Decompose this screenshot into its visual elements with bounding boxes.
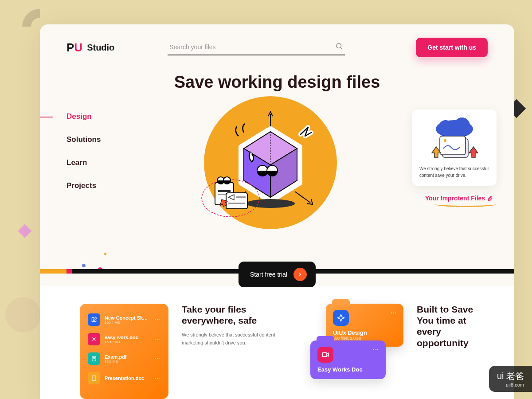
decoration-dot: [104, 253, 106, 255]
paperclip-icon: [487, 195, 493, 202]
folder-menu-icon[interactable]: ⋮: [390, 310, 397, 315]
document-icon: [88, 352, 100, 365]
file-item[interactable]: easy work.doc45.10 MB ⋯: [86, 329, 162, 349]
nav-design[interactable]: Design: [40, 105, 129, 128]
hero-illustration-area: [129, 92, 412, 229]
svg-rect-25: [440, 136, 466, 155]
file-menu-icon[interactable]: ⋯: [155, 317, 160, 323]
section-description: We strongly believe that successful cont…: [182, 331, 297, 347]
cloud-upload-icon: [419, 117, 489, 161]
section-title: Take your files everywhere, safe: [182, 304, 297, 326]
main-card: PU Studio Get start with us Save working…: [40, 24, 514, 399]
important-files-link[interactable]: Your Improtent Files: [412, 195, 497, 202]
folders-illustration: UiUx Design 150 files, 2.8GB ⋮ Easy Work…: [310, 304, 403, 383]
bg-diamond-pink: [18, 224, 31, 238]
folder-menu-icon[interactable]: ⋮: [372, 347, 379, 352]
search-bar[interactable]: [168, 39, 345, 55]
section-title: Built to Save You time at every opportun…: [417, 304, 492, 348]
svg-rect-16: [236, 196, 246, 198]
svg-line-1: [341, 47, 342, 49]
search-icon[interactable]: [335, 42, 343, 52]
logo[interactable]: PU Studio: [66, 41, 114, 55]
file-item[interactable]: Exam.pdf95.6 MB ⋯: [86, 349, 162, 368]
tools-icon: [88, 333, 100, 345]
svg-point-20: [454, 117, 470, 133]
pen-nib-icon: [333, 310, 349, 326]
hero-title: Save working design files: [40, 73, 514, 92]
get-started-button[interactable]: Get start with us: [416, 38, 488, 57]
cloud-upload-card: We strongly believe that successful cont…: [412, 110, 497, 186]
right-panel: We strongly believe that successful cont…: [412, 92, 514, 229]
hero-content: Design Solutions Learn Projects: [40, 92, 514, 229]
nav-solutions[interactable]: Solutions: [40, 128, 129, 151]
svg-rect-15: [226, 193, 247, 209]
logo-text: Studio: [87, 43, 114, 53]
edit-icon: [88, 313, 100, 326]
sidebar-nav: Design Solutions Learn Projects: [40, 92, 129, 229]
svg-point-26: [444, 139, 446, 142]
decoration-dot: [82, 264, 86, 267]
svg-rect-30: [92, 376, 96, 381]
watermark: ui 老爸 uii8.com: [489, 366, 532, 392]
svg-line-4: [295, 192, 310, 203]
file-item[interactable]: New Concept Sketch100.4 MB ⋯: [86, 310, 162, 329]
logo-mark: PU: [66, 41, 82, 55]
svg-rect-31: [322, 353, 327, 357]
documents-doodle-icon: [200, 172, 266, 220]
cloud-card-text: We strongly believe that successful cont…: [419, 165, 489, 179]
file-menu-icon[interactable]: ⋯: [155, 336, 160, 342]
chevron-right-icon: [293, 268, 307, 281]
document-icon: [88, 372, 100, 384]
svg-rect-17: [228, 203, 245, 204]
header: PU Studio Get start with us: [40, 24, 514, 62]
section-built-to-save: Built to Save You time at every opportun…: [417, 304, 492, 399]
svg-rect-11: [218, 190, 231, 192]
section-take-files: Take your files everywhere, safe We stro…: [182, 304, 297, 399]
file-list-card: New Concept Sketch100.4 MB ⋯ easy work.d…: [80, 304, 168, 399]
svg-point-0: [336, 43, 341, 48]
start-free-trial-button[interactable]: Start free trial: [239, 262, 316, 287]
folder-easyworks[interactable]: Easy Works Doc ⋮: [310, 340, 386, 379]
search-input[interactable]: [169, 43, 335, 51]
svg-point-19: [438, 120, 453, 134]
file-menu-icon[interactable]: ⋯: [155, 375, 160, 381]
bottom-section: New Concept Sketch100.4 MB ⋯ easy work.d…: [40, 286, 514, 399]
video-icon: [317, 347, 333, 363]
file-menu-icon[interactable]: ⋯: [155, 356, 160, 362]
nav-learn[interactable]: Learn: [40, 151, 129, 174]
bg-circle-decoration: [5, 297, 41, 332]
nav-projects[interactable]: Projects: [40, 174, 129, 197]
file-item[interactable]: Presentation.doc ⋯: [86, 368, 162, 388]
